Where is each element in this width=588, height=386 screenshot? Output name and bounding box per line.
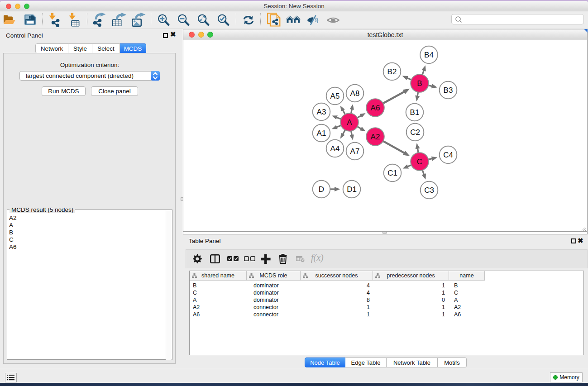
svg-text:A7: A7	[350, 147, 360, 156]
svg-text:B4: B4	[424, 51, 434, 59]
svg-text:B: B	[417, 79, 422, 88]
svg-text:A2: A2	[371, 133, 380, 141]
svg-text:C2: C2	[410, 128, 420, 137]
svg-text:C1: C1	[387, 169, 397, 177]
svg-text:B2: B2	[387, 67, 397, 76]
svg-text:A3: A3	[317, 108, 326, 116]
svg-text:A6: A6	[371, 104, 380, 112]
svg-text:A: A	[347, 118, 352, 127]
svg-text:C4: C4	[443, 151, 453, 159]
svg-text:C3: C3	[424, 186, 434, 195]
svg-text:D: D	[319, 185, 324, 194]
svg-text:A1: A1	[317, 129, 326, 138]
svg-text:D1: D1	[347, 185, 357, 194]
svg-text:A5: A5	[330, 92, 340, 100]
svg-text:B3: B3	[444, 86, 453, 95]
svg-text:A4: A4	[330, 144, 340, 153]
svg-text:B1: B1	[410, 108, 420, 117]
svg-text:A8: A8	[350, 89, 360, 98]
svg-text:C: C	[417, 157, 422, 166]
